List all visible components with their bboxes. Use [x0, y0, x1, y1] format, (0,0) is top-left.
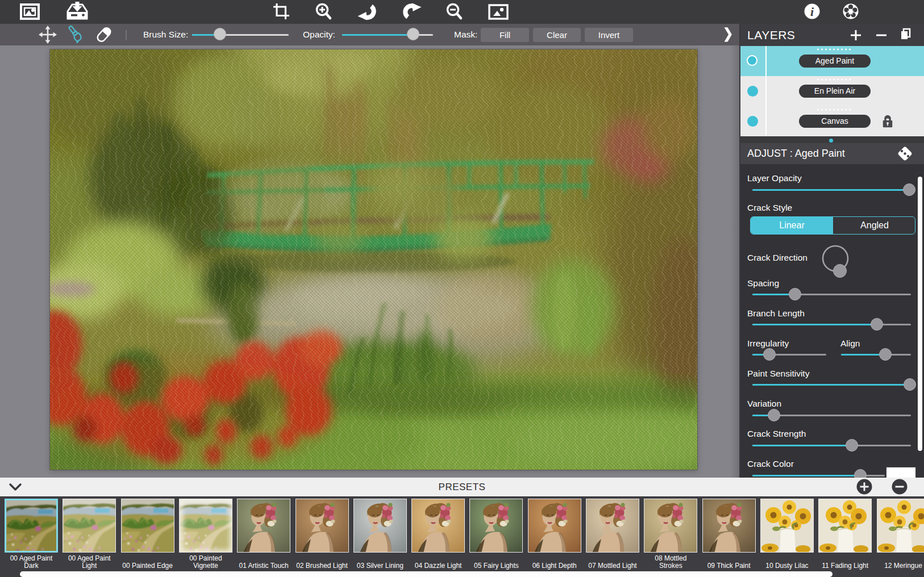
svg-text:i: i [810, 5, 814, 19]
